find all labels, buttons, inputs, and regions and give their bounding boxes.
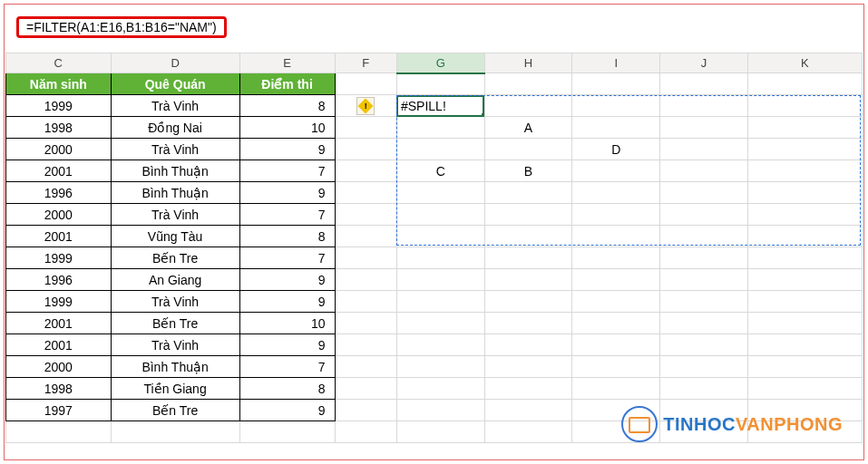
cell[interactable]	[335, 378, 396, 400]
cell[interactable]	[747, 139, 862, 160]
cell[interactable]: Bến Tre	[111, 313, 239, 334]
col-header-E[interactable]: E	[239, 53, 335, 73]
cell[interactable]	[396, 226, 484, 247]
cell[interactable]	[484, 400, 572, 421]
cell[interactable]	[660, 95, 748, 117]
cell[interactable]: Vũng Tàu	[111, 226, 239, 247]
cell[interactable]: B	[484, 160, 572, 182]
selected-cell[interactable]: #SPILL!	[396, 95, 484, 117]
cell[interactable]: 1998	[6, 117, 112, 139]
cell[interactable]: Trà Vinh	[111, 95, 239, 117]
cell[interactable]	[484, 226, 572, 247]
cell[interactable]: 1999	[6, 247, 112, 269]
cell[interactable]: 2001	[6, 334, 112, 356]
cell[interactable]	[747, 356, 862, 378]
cell[interactable]	[396, 400, 484, 421]
col-header-J[interactable]: J	[660, 53, 748, 73]
cell[interactable]	[572, 356, 660, 378]
cell[interactable]: 9	[239, 334, 335, 356]
cell[interactable]	[335, 204, 396, 226]
cell[interactable]: 2000	[6, 204, 112, 226]
cell[interactable]: 7	[239, 356, 335, 378]
cell[interactable]: 1997	[6, 400, 112, 421]
cell[interactable]	[484, 182, 572, 204]
cell[interactable]	[747, 247, 862, 269]
cell[interactable]	[747, 117, 862, 139]
cell[interactable]	[660, 226, 748, 247]
cell[interactable]	[396, 378, 484, 400]
col-header-H[interactable]: H	[484, 53, 572, 73]
cell[interactable]	[396, 247, 484, 269]
cell[interactable]: 9	[239, 400, 335, 421]
cell[interactable]	[747, 73, 862, 95]
header-score[interactable]: Điểm thi	[239, 73, 335, 95]
cell[interactable]	[396, 204, 484, 226]
cell[interactable]: Bình Thuận	[111, 160, 239, 182]
cell[interactable]	[335, 421, 396, 443]
cell[interactable]	[335, 139, 396, 160]
cell[interactable]	[396, 334, 484, 356]
cell[interactable]	[335, 182, 396, 204]
error-smart-tag[interactable]: !	[356, 97, 375, 115]
header-hometown[interactable]: Quê Quán	[111, 73, 239, 95]
spreadsheet-grid[interactable]: C D E F G H I J K Năm sinh Quê Quán Điểm…	[5, 53, 863, 459]
cell[interactable]	[572, 182, 660, 204]
cell[interactable]	[660, 247, 748, 269]
cell[interactable]: D	[572, 139, 660, 160]
cell[interactable]: 9	[239, 139, 335, 160]
col-header-C[interactable]: C	[6, 53, 112, 73]
cell[interactable]	[111, 421, 239, 443]
cell[interactable]: Tiền Giang	[111, 378, 239, 400]
cell[interactable]	[396, 117, 484, 139]
cell[interactable]: A	[484, 117, 572, 139]
cell[interactable]	[747, 160, 862, 182]
cell[interactable]: Trà Vinh	[111, 139, 239, 160]
cell[interactable]	[660, 334, 748, 356]
cell[interactable]: 7	[239, 204, 335, 226]
cell[interactable]	[572, 334, 660, 356]
cell[interactable]	[572, 204, 660, 226]
cell[interactable]: C	[396, 160, 484, 182]
cell[interactable]	[335, 291, 396, 313]
cell[interactable]	[572, 160, 660, 182]
cell[interactable]	[572, 226, 660, 247]
cell[interactable]	[572, 313, 660, 334]
cell[interactable]: 1998	[6, 378, 112, 400]
cell[interactable]: Bến Tre	[111, 400, 239, 421]
cell[interactable]: 2001	[6, 226, 112, 247]
cell[interactable]: Trà Vinh	[111, 291, 239, 313]
cell[interactable]: 9	[239, 182, 335, 204]
cell[interactable]	[660, 117, 748, 139]
cell[interactable]	[660, 204, 748, 226]
cell[interactable]	[396, 73, 484, 95]
cell[interactable]: 2001	[6, 313, 112, 334]
cell[interactable]: Bình Thuận	[111, 182, 239, 204]
cell[interactable]: 10	[239, 117, 335, 139]
cell[interactable]	[660, 378, 748, 400]
cell[interactable]: Bình Thuận	[111, 356, 239, 378]
cell[interactable]	[660, 73, 748, 95]
cell[interactable]	[660, 139, 748, 160]
cell[interactable]: Bến Tre	[111, 247, 239, 269]
cell[interactable]	[747, 378, 862, 400]
cell[interactable]	[747, 95, 862, 117]
cell[interactable]: 8	[239, 226, 335, 247]
cell[interactable]	[484, 313, 572, 334]
cell[interactable]	[572, 95, 660, 117]
cell[interactable]	[484, 334, 572, 356]
cell[interactable]	[335, 400, 396, 421]
cell[interactable]	[335, 247, 396, 269]
header-year[interactable]: Năm sinh	[6, 73, 112, 95]
cell[interactable]	[484, 378, 572, 400]
cell[interactable]	[660, 269, 748, 291]
cell[interactable]: 1996	[6, 269, 112, 291]
cell[interactable]	[335, 226, 396, 247]
cell[interactable]: 1999	[6, 291, 112, 313]
cell[interactable]: 2000	[6, 356, 112, 378]
col-header-K[interactable]: K	[747, 53, 862, 73]
col-header-D[interactable]: D	[111, 53, 239, 73]
cell[interactable]	[747, 269, 862, 291]
cell[interactable]	[239, 421, 335, 443]
cell[interactable]	[396, 356, 484, 378]
cell[interactable]	[335, 269, 396, 291]
